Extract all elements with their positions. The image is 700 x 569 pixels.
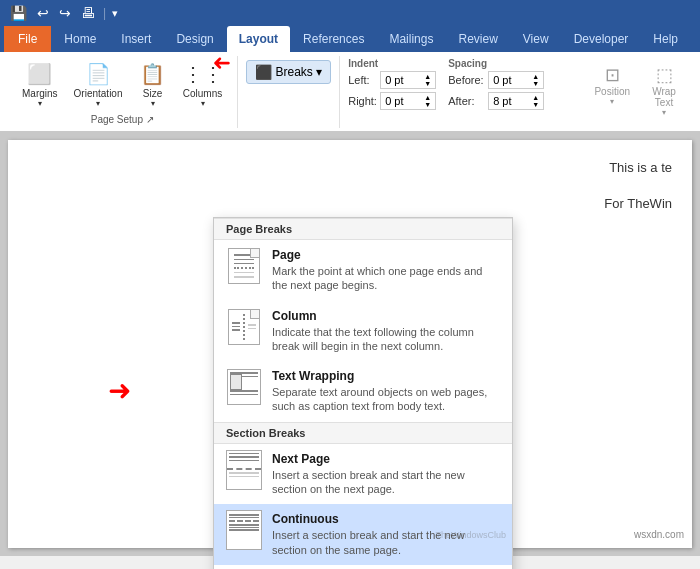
ribbon-group-page-setup: ⬜ Margins ▾ 📄 Orientation ▾ 📋 Size ▾ ⋮⋮ … [8, 56, 238, 128]
tab-view[interactable]: View [511, 26, 561, 52]
indent-right-spinner[interactable]: ▲ ▼ [424, 94, 431, 108]
position-button[interactable]: ⊡ Position ▾ [588, 60, 636, 121]
indent-left-spinner[interactable]: ▲ ▼ [424, 73, 431, 87]
next-page-title: Next Page [272, 452, 500, 466]
size-arrow: ▾ [151, 99, 155, 108]
size-button[interactable]: 📋 Size ▾ [133, 58, 173, 112]
spacing-before-row: Before: 0 pt ▲ ▼ [448, 71, 544, 89]
section-breaks-header: Section Breaks [214, 422, 512, 444]
ribbon-group-breaks: ⬛ Breaks ▾ [238, 56, 341, 128]
tab-layout[interactable]: Layout [227, 26, 290, 52]
spacing-before-label: Before: [448, 74, 484, 86]
breaks-dropdown: Page Breaks Page Mark the point at which… [213, 217, 513, 569]
column-desc: Indicate that the text following the col… [272, 325, 500, 354]
spacing-after-label: After: [448, 95, 484, 107]
indent-right-input[interactable]: 0 pt ▲ ▼ [380, 92, 436, 110]
qa-redo[interactable]: ↪ [57, 3, 73, 23]
spacing-label: Spacing [448, 58, 544, 69]
next-page-desc: Insert a section break and start the new… [272, 468, 500, 497]
spacing-before-input[interactable]: 0 pt ▲ ▼ [488, 71, 544, 89]
columns-label: Columns [183, 88, 222, 99]
size-icon: 📋 [140, 62, 165, 86]
qa-undo[interactable]: ↩ [35, 3, 51, 23]
indent-left-label: Left: [348, 74, 376, 86]
position-label: Position [594, 86, 630, 97]
columns-arrow: ▾ [201, 99, 205, 108]
column-break-icon [226, 309, 262, 345]
tab-references[interactable]: References [291, 26, 376, 52]
ribbon-tabs: File Home Insert Design Layout Reference… [0, 26, 700, 52]
quick-access-toolbar: 💾 ↩ ↪ 🖶 | ▾ [0, 0, 700, 26]
spacing-after-spinner[interactable]: ▲ ▼ [532, 94, 539, 108]
breaks-label: Breaks ▾ [276, 65, 323, 79]
wrap-text-icon: ⬚ [656, 64, 673, 86]
menu-item-page[interactable]: Page Mark the point at which one page en… [214, 240, 512, 301]
spacing-after-row: After: 8 pt ▲ ▼ [448, 92, 544, 110]
breaks-icon: ⬛ [255, 64, 272, 80]
tab-file[interactable]: File [4, 26, 51, 52]
page-break-icon [226, 248, 262, 284]
margins-label: Margins [22, 88, 58, 99]
margins-button[interactable]: ⬜ Margins ▾ [16, 58, 64, 112]
wrap-text-button[interactable]: ⬚ WrapText ▾ [644, 60, 684, 121]
indent-left-row: Left: 0 pt ▲ ▼ [348, 71, 436, 89]
page-setup-group-label: Page Setup ↗ [16, 114, 229, 128]
menu-item-continuous[interactable]: Continuous Insert a section break and st… [214, 504, 512, 565]
main-area: This is a te For TheWin wsxdn.com Page B… [0, 132, 700, 556]
tab-design[interactable]: Design [164, 26, 225, 52]
column-title: Column [272, 309, 500, 323]
ribbon-tabs-bar: File Home Insert Design Layout Reference… [0, 26, 700, 52]
orientation-label: Orientation [74, 88, 123, 99]
spacing-after-input[interactable]: 8 pt ▲ ▼ [488, 92, 544, 110]
tab-developer[interactable]: Developer [562, 26, 641, 52]
tab-mailings[interactable]: Mailings [377, 26, 445, 52]
orientation-button[interactable]: 📄 Orientation ▾ [68, 58, 129, 112]
next-page-break-icon [226, 452, 262, 488]
doc-line-2: For TheWin [604, 196, 672, 211]
continuous-desc: Insert a section break and start the new… [272, 528, 500, 557]
qa-print[interactable]: 🖶 [79, 3, 97, 23]
spacing-before-spinner[interactable]: ▲ ▼ [532, 73, 539, 87]
text-wrapping-desc: Separate text around objects on web page… [272, 385, 500, 414]
position-icon: ⊡ [605, 64, 620, 86]
tab-review[interactable]: Review [446, 26, 509, 52]
page-title: Page [272, 248, 500, 262]
text-wrapping-title: Text Wrapping [272, 369, 500, 383]
menu-item-next-page[interactable]: Next Page Insert a section break and sta… [214, 444, 512, 505]
indent-label: Indent [348, 58, 436, 69]
arrange-group: ⊡ Position ▾ ⬚ WrapText ▾ [580, 56, 692, 125]
tab-help[interactable]: Help [641, 26, 690, 52]
spacing-group: Spacing Before: 0 pt ▲ ▼ After: 8 pt ▲ [448, 58, 544, 110]
breaks-button[interactable]: ⬛ Breaks ▾ [246, 60, 332, 84]
columns-icon: ⋮⋮ [183, 62, 223, 86]
qa-save[interactable]: 💾 [8, 3, 29, 23]
indent-left-input[interactable]: 0 pt ▲ ▼ [380, 71, 436, 89]
doc-line-1: This is a te [609, 160, 672, 175]
menu-item-column[interactable]: Column Indicate that the text following … [214, 301, 512, 362]
quick-access-customize[interactable]: ▾ [112, 7, 118, 20]
wsxdn-watermark: wsxdn.com [634, 529, 684, 540]
indent-group: Indent Left: 0 pt ▲ ▼ Right: 0 pt ▲ [348, 58, 436, 110]
page-breaks-header: Page Breaks [214, 218, 512, 240]
margins-arrow: ▾ [38, 99, 42, 108]
columns-button[interactable]: ⋮⋮ Columns ▾ ➜ [177, 58, 229, 112]
size-label: Size [143, 88, 162, 99]
continuous-break-icon [226, 512, 262, 548]
orientation-arrow: ▾ [96, 99, 100, 108]
indent-right-label: Right: [348, 95, 376, 107]
menu-item-text-wrapping[interactable]: Text Wrapping Separate text around objec… [214, 361, 512, 422]
continuous-title: Continuous [272, 512, 500, 526]
ribbon-body: ⬜ Margins ▾ 📄 Orientation ▾ 📋 Size ▾ ⋮⋮ … [0, 52, 700, 132]
margins-icon: ⬜ [27, 62, 52, 86]
orientation-icon: 📄 [86, 62, 111, 86]
wrap-text-label: WrapText [652, 86, 676, 108]
tab-insert[interactable]: Insert [109, 26, 163, 52]
tab-home[interactable]: Home [52, 26, 108, 52]
indent-spacing-area: Indent Left: 0 pt ▲ ▼ Right: 0 pt ▲ [340, 56, 552, 112]
menu-item-even-page[interactable]: 2 Even Page Insert a section break and s… [214, 565, 512, 569]
page-desc: Mark the point at which one page ends an… [272, 264, 500, 293]
text-wrapping-break-icon [226, 369, 262, 405]
indent-right-row: Right: 0 pt ▲ ▼ [348, 92, 436, 110]
